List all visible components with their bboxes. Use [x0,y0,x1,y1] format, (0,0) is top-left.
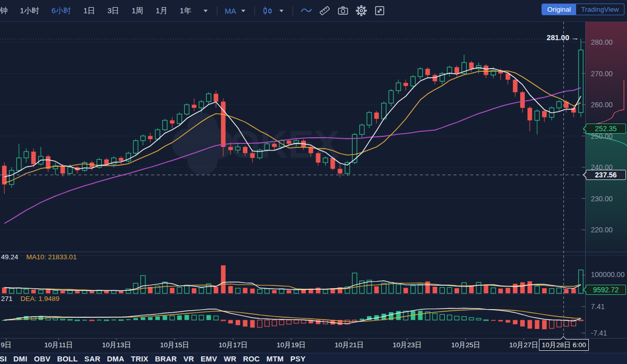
tab-original[interactable]: Original [542,4,576,15]
macd-labels: 271 DEA: 1.9489 [1,295,60,302]
macd-dea-value: DEA: 1.9489 [20,295,60,302]
ma-chevron-down-icon[interactable] [241,10,245,12]
timeframe-1周[interactable]: 1周 [131,6,143,16]
line-chart-icon[interactable] [300,5,312,16]
indicator-button-psy[interactable]: PSY [290,355,305,363]
fullscreen-expand-icon[interactable] [374,5,386,17]
volume-ma10-value: MA10: 21833.01 [26,253,77,261]
date-tick-label: 10月17日 [218,341,247,350]
price-tick-label: 260.00 [591,101,613,108]
timeframe-chevron-down-icon[interactable] [204,10,208,12]
period-high-annotation: 281.00 → [509,34,579,42]
timeframe-1月[interactable]: 1月 [156,6,167,16]
timeframe-1小时[interactable]: 1小时 [20,6,39,16]
date-tick-label: 10月11日 [44,341,73,350]
date-tick-label: 10月13日 [102,341,131,350]
chart-view-toggle: Original TradingView [542,4,624,15]
crosshair-date-tooltip: 10月28日 6:00 [539,339,589,351]
toolbar-divider [217,7,217,15]
measure-ruler-icon[interactable] [319,5,331,17]
timeframe-6小时[interactable]: 6小时 [51,6,71,16]
volume-axis-tick: 100000.00 [591,271,624,278]
price-tick-label: 220.00 [591,226,613,233]
macd-axis-tick-high: 7.41 [591,303,605,310]
price-tick-label: 270.00 [591,70,613,77]
indicator-button-roc[interactable]: ROC [243,355,260,363]
timeframe-1年[interactable]: 1年 [180,6,191,16]
timeframe-钟[interactable]: 钟 [0,6,8,16]
date-tick-label: 10月15日 [160,341,189,350]
indicator-button-emv[interactable]: EMV [201,355,217,363]
candlestick-series [2,39,583,194]
timeframe-1日[interactable]: 1日 [83,6,95,16]
last-price-badge: 252.35 [586,124,626,134]
volume-current-badge: 9592.72 [586,285,626,295]
macd-histogram [2,311,583,329]
indicator-button-wr[interactable]: WR [224,355,237,363]
macd-axis-tick-low: -7.41 [591,329,607,337]
candlestick-style-icon[interactable] [262,5,273,16]
indicator-button-si[interactable]: SI [0,355,7,363]
toolbar-divider [254,7,255,15]
price-tick-label: 280.00 [591,39,613,46]
toolbar-divider [293,7,293,15]
volume-ma5-value: 49.24 [1,253,18,261]
gear-settings-icon[interactable] [355,5,367,17]
date-tick-label: 9日 [1,341,11,350]
indicator-button-dma[interactable]: DMA [107,355,124,363]
okex-watermark-logo: OKEX [172,113,340,175]
date-tick-label: 10月25日 [451,341,480,350]
crosshair-price-badge: 237.56 [586,170,626,180]
date-tick-label: 10月23日 [392,341,421,350]
date-tick-label: 10月21日 [334,341,363,350]
volume-ma-labels: 49.24 MA10: 21833.01 [1,253,77,261]
chart-toolbar: 钟1小时6小时1日3日1周1月1年 MA [0,0,627,22]
indicator-button-sar[interactable]: SAR [84,355,101,363]
tab-tradingview[interactable]: TradingView [576,4,624,15]
indicator-button-vr[interactable]: VR [184,355,194,363]
candlestick-style-chevron-down-icon[interactable] [279,10,283,12]
timeframe-list: 钟1小时6小时1日3日1周1月1年 [0,6,204,16]
price-tick-label: 230.00 [591,195,613,202]
indicator-button-boll[interactable]: BOLL [57,355,78,363]
date-tick-label: 10月19日 [276,341,305,350]
indicator-button-obv[interactable]: OBV [34,355,50,363]
trading-chart-app: OKEX 钟1小时6小时1日3日1周1月1年 MA [0,0,627,364]
indicator-button-mtm[interactable]: MTM [267,355,284,363]
ma-indicator-dropdown[interactable]: MA [224,7,236,15]
indicator-button-dmi[interactable]: DMI [13,355,27,363]
indicator-button-trix[interactable]: TRIX [131,355,148,363]
indicator-selector-bar: SIDMIOBVBOLLSARDMATRIXBRARVREMVWRROCMTMP… [0,353,627,364]
timeframe-3日[interactable]: 3日 [107,6,119,16]
indicator-button-brar[interactable]: BRAR [155,355,177,363]
candlestick-chart-canvas[interactable]: OKEX [0,0,627,364]
date-tick-label: 10月27日 [509,341,538,350]
macd-dif-value: 271 [1,295,13,302]
camera-snapshot-icon[interactable] [337,5,349,17]
